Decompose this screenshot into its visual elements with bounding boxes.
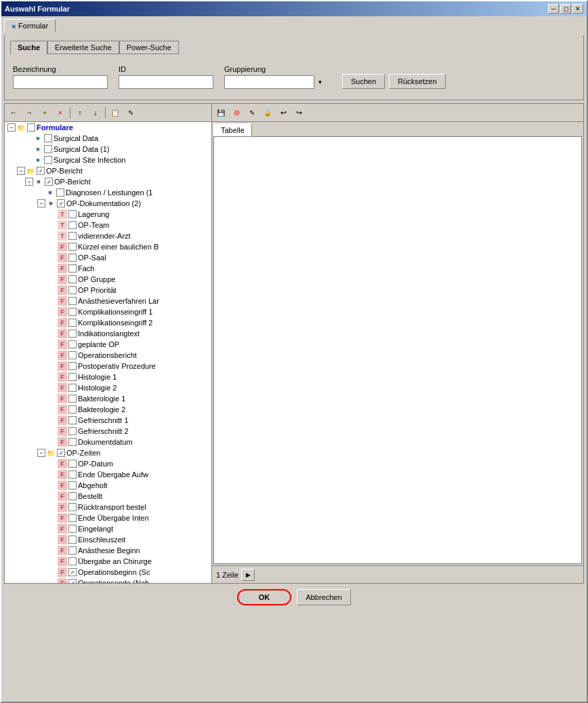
checkbox-17[interactable] (68, 319, 77, 327)
tree-item-7[interactable]: T Lagerung (5, 209, 211, 220)
toolbar-discard-btn[interactable]: ⊘ (229, 105, 244, 120)
checkbox-28[interactable] (68, 438, 77, 446)
tree-item-25[interactable]: F Bakterologie 2 (5, 404, 211, 415)
checkbox-22[interactable] (68, 373, 77, 381)
restore-button[interactable]: ◻ (560, 4, 571, 14)
checkbox-14[interactable] (68, 286, 77, 294)
suchen-button[interactable]: Suchen (342, 74, 385, 89)
tree-item-5[interactable]: ■ Diagnosen / Leistungen (1 (5, 187, 211, 198)
toolbar-undo-btn[interactable]: ↩ (276, 105, 291, 120)
checkbox-6[interactable]: ✓ (57, 199, 65, 207)
tree-item-33[interactable]: F Bestellt (5, 491, 211, 502)
tree-item-31[interactable]: F Ende Übergabe Aufw (5, 469, 211, 480)
tab-formular[interactable]: ■ Formular (4, 19, 56, 33)
toolbar-back-btn[interactable]: ← (6, 105, 21, 120)
checkbox-35[interactable] (68, 514, 77, 522)
close-button[interactable]: ✕ (572, 4, 583, 14)
tree-item-24[interactable]: F Bakterologie 1 (5, 393, 211, 404)
toolbar-move-up-btn[interactable]: ↑ (72, 105, 87, 120)
toolbar-forward-btn[interactable]: → (22, 105, 37, 120)
checkbox-16[interactable] (68, 308, 77, 316)
tree-item-8[interactable]: T OP-Team (5, 220, 211, 230)
tree-item-0[interactable]: ■ Surgical Data (5, 133, 211, 144)
toggle-4[interactable]: − (25, 178, 33, 186)
checkbox-40[interactable]: ✓ (68, 568, 77, 576)
tree-item-19[interactable]: F geplante OP (5, 339, 211, 350)
checkbox-34[interactable] (68, 503, 77, 511)
toolbar-add-btn[interactable]: + (37, 105, 52, 120)
checkbox-5[interactable] (56, 188, 64, 197)
id-input[interactable] (119, 75, 213, 89)
tree-item-1[interactable]: ■ Surgical Data (1) (5, 144, 211, 155)
tree-container[interactable]: − 📁 Formulare ■ Surgical Data (5, 122, 211, 583)
checkbox-11[interactable] (68, 254, 77, 262)
checkbox-4[interactable]: ✓ (45, 178, 53, 186)
tree-item-40[interactable]: F ✓ Operationsbeginn (Sc (5, 567, 211, 578)
checkbox-9[interactable] (68, 232, 77, 240)
tab-tabelle[interactable]: Tabelle (213, 123, 252, 136)
tree-item-20[interactable]: F Operationsbericht (5, 350, 211, 361)
toggle-29[interactable]: − (37, 449, 45, 457)
root-checkbox[interactable] (27, 123, 35, 132)
tree-item-38[interactable]: F Anästhesie Beginn (5, 545, 211, 556)
ruecksetzen-button[interactable]: Rücksetzen (389, 74, 445, 89)
tree-item-37[interactable]: F Einschleuszeit (5, 534, 211, 545)
checkbox-33[interactable] (68, 492, 77, 500)
checkbox-21[interactable] (68, 362, 77, 370)
checkbox-19[interactable] (68, 340, 77, 348)
tree-item-36[interactable]: F Eingelangt (5, 523, 211, 534)
toolbar-pencil-btn[interactable]: ✎ (245, 105, 259, 120)
gruppierung-select[interactable] (224, 75, 326, 89)
tab-suche[interactable]: Suche (10, 41, 47, 54)
tree-item-23[interactable]: F Histologie 2 (5, 382, 211, 393)
toolbar-redo-btn[interactable]: ↪ (291, 105, 306, 120)
toolbar-copy-btn[interactable]: 📋 (108, 105, 123, 120)
tree-item-21[interactable]: F Postoperativ Prozedure (5, 361, 211, 371)
tree-item-39[interactable]: F Übergabe an Chirurge (5, 556, 211, 567)
tree-item-26[interactable]: F Gefrierschnitt 1 (5, 415, 211, 426)
tree-item-41[interactable]: F ✓ Operationsende (Nah (5, 578, 211, 583)
abbrechen-button[interactable]: Abbrechen (297, 589, 351, 605)
next-page-btn[interactable]: ▶ (241, 569, 255, 581)
tree-item-15[interactable]: F Anästhesieverfahren Lar (5, 296, 211, 306)
toolbar-edit-btn[interactable]: ✎ (123, 105, 138, 120)
tree-item-3[interactable]: − 📁 ✓ OP-Bericht (5, 165, 211, 176)
toggle-3[interactable]: − (17, 167, 25, 175)
tree-root[interactable]: − 📁 Formulare (5, 122, 211, 133)
tab-power-suche[interactable]: Power-Suche (119, 41, 179, 54)
minimize-button[interactable]: ─ (548, 4, 559, 14)
checkbox-25[interactable] (68, 405, 77, 414)
tree-item-29[interactable]: − 📁 ✓ OP-Zeiten (5, 447, 211, 458)
tree-item-4[interactable]: − ■ ✓ OP-Bericht (5, 176, 211, 187)
tree-item-28[interactable]: F Dokumentdatum (5, 437, 211, 447)
checkbox-2[interactable] (44, 156, 52, 164)
checkbox-41[interactable]: ✓ (68, 579, 77, 583)
tree-item-9[interactable]: T vidierender-Arzt (5, 230, 211, 241)
checkbox-20[interactable] (68, 351, 77, 359)
checkbox-38[interactable] (68, 546, 77, 555)
tree-item-30[interactable]: F OP-Datum (5, 458, 211, 469)
checkbox-18[interactable] (68, 329, 77, 338)
tree-item-35[interactable]: F Ende Übergabe Inten (5, 513, 211, 523)
checkbox-32[interactable] (68, 481, 77, 489)
tree-item-2[interactable]: ■ Surgical Site Infection (5, 155, 211, 165)
checkbox-3[interactable]: ✓ (37, 167, 45, 175)
checkbox-26[interactable] (68, 416, 77, 424)
checkbox-0[interactable] (44, 134, 52, 142)
checkbox-31[interactable] (68, 470, 77, 479)
checkbox-39[interactable] (68, 557, 77, 565)
tree-item-34[interactable]: F Rücktransport bestel (5, 502, 211, 513)
bezeichnung-input[interactable] (13, 75, 108, 89)
toolbar-save-btn[interactable]: 💾 (213, 105, 228, 120)
tree-item-13[interactable]: F OP Gruppe (5, 274, 211, 285)
checkbox-36[interactable] (68, 525, 77, 533)
tree-item-6[interactable]: − ■ ✓ OP-Dokumentation (2) (5, 198, 211, 209)
checkbox-23[interactable] (68, 384, 77, 392)
toolbar-delete-btn[interactable]: × (53, 105, 68, 120)
tree-item-22[interactable]: F Histologie 1 (5, 371, 211, 382)
tree-item-16[interactable]: F Komplikationseingriff 1 (5, 306, 211, 317)
checkbox-29[interactable]: ✓ (57, 449, 65, 457)
tab-erweiterte-suche[interactable]: Erweiterte Suche (47, 41, 119, 54)
ok-button[interactable]: OK (237, 589, 291, 605)
tree-item-12[interactable]: F Fach (5, 263, 211, 274)
